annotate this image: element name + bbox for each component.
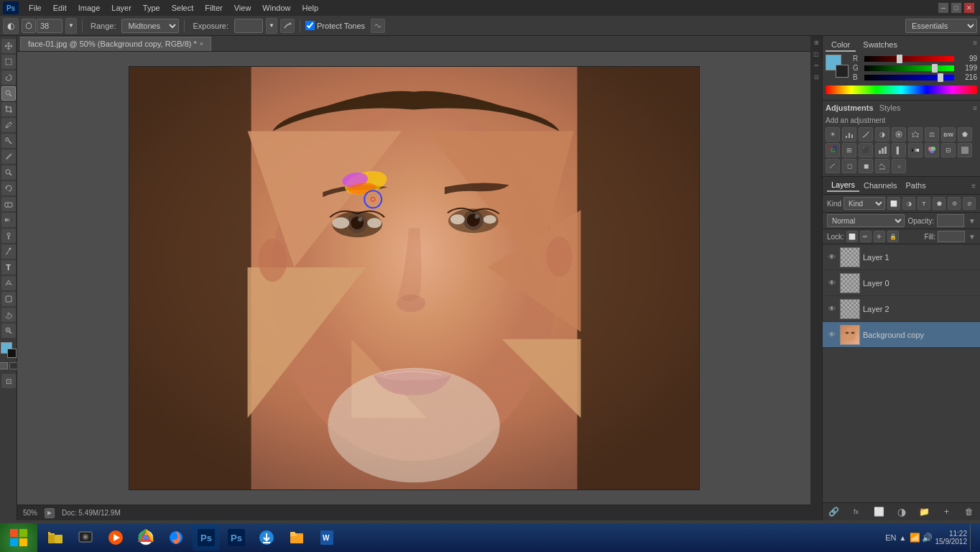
- curves-2-adj[interactable]: [826, 159, 840, 173]
- tab-paths[interactable]: Paths: [902, 180, 930, 191]
- lasso-tool[interactable]: [1, 70, 16, 85]
- dodge-tool[interactable]: [1, 229, 16, 243]
- taskbar-ps-2[interactable]: Ps: [223, 525, 250, 551]
- layer-item-layer0[interactable]: 👁 Layer 0: [823, 270, 980, 296]
- right-icon-2[interactable]: ◫: [811, 49, 821, 59]
- gradient-map-adj[interactable]: [908, 143, 923, 157]
- healing-brush-tool[interactable]: [1, 134, 16, 148]
- layer-filter-shape[interactable]: ⬟: [933, 197, 946, 210]
- g-slider-thumb[interactable]: [932, 64, 938, 73]
- up-arrow-icon[interactable]: ▲: [898, 533, 908, 543]
- r-slider-thumb[interactable]: [897, 55, 902, 63]
- workspace-select[interactable]: Essentials: [905, 19, 977, 33]
- move-tool[interactable]: [1, 39, 16, 53]
- foreground-background-colors[interactable]: [1, 342, 17, 358]
- crop-tool[interactable]: [1, 102, 16, 116]
- layer1-visibility-toggle[interactable]: 👁: [827, 252, 837, 262]
- channel-mixer-adj[interactable]: [826, 143, 840, 157]
- spectrum-bar[interactable]: [826, 86, 977, 94]
- layer-filter-smart[interactable]: ⚙: [948, 197, 961, 210]
- new-adj-5[interactable]: ⬦: [892, 159, 906, 173]
- vibrance-icon[interactable]: [371, 19, 385, 33]
- screen-mode-btn[interactable]: ⊡: [1, 374, 16, 388]
- menu-layer[interactable]: Layer: [106, 2, 137, 14]
- taskbar-explorer[interactable]: [283, 525, 310, 551]
- hand-tool[interactable]: [1, 308, 16, 322]
- menu-image[interactable]: Image: [73, 2, 106, 14]
- right-icon-3[interactable]: ✂: [811, 60, 821, 70]
- solid-color-adj[interactable]: [958, 143, 972, 157]
- tab-close-icon[interactable]: ×: [200, 40, 203, 47]
- restore-button[interactable]: □: [951, 3, 961, 13]
- tab-layers[interactable]: Layers: [827, 179, 859, 192]
- threshold-adj[interactable]: ▌: [892, 143, 906, 157]
- brush-preview[interactable]: [22, 19, 36, 33]
- layer-item-layer1[interactable]: 👁 Layer 1: [823, 244, 980, 270]
- brush-size-input[interactable]: 38: [37, 19, 63, 33]
- volume-icon[interactable]: 🔊: [922, 533, 933, 543]
- new-adj-2[interactable]: ◻: [842, 159, 856, 173]
- close-button[interactable]: ✕: [964, 3, 974, 13]
- type-tool[interactable]: T: [1, 260, 16, 275]
- new-layer-btn[interactable]: +: [940, 505, 953, 518]
- layer-item-background-copy[interactable]: 👁 Background copy: [823, 322, 980, 348]
- pattern-adj[interactable]: ⊟: [941, 143, 956, 157]
- canvas[interactable]: [129, 66, 700, 490]
- fill-input[interactable]: 100%: [938, 231, 965, 242]
- canvas-container[interactable]: [17, 52, 810, 505]
- history-brush-tool[interactable]: [1, 181, 16, 196]
- new-adj-layer-btn[interactable]: ◑: [895, 505, 908, 518]
- fill-arrow[interactable]: ▼: [969, 233, 976, 241]
- b-slider-track[interactable]: [864, 75, 954, 80]
- start-button[interactable]: [0, 523, 37, 552]
- eraser-tool[interactable]: [1, 197, 16, 211]
- taskbar-ps-1[interactable]: Ps: [193, 525, 220, 551]
- status-toggle-btn[interactable]: ▶: [45, 508, 55, 518]
- network-icon[interactable]: 📶: [910, 533, 920, 543]
- range-select[interactable]: Midtones Shadows Highlights: [121, 19, 179, 33]
- hsl-adj[interactable]: [908, 127, 923, 142]
- menu-select[interactable]: Select: [166, 2, 200, 14]
- layer-filter-type[interactable]: T: [917, 197, 930, 210]
- levels-adj[interactable]: [842, 127, 856, 142]
- posterize-adj[interactable]: [875, 143, 889, 157]
- background-color[interactable]: [7, 349, 17, 358]
- new-adj-4[interactable]: [875, 159, 889, 173]
- zoom-tool[interactable]: [1, 323, 16, 338]
- b-slider-thumb[interactable]: [938, 73, 943, 82]
- vibrance-adj[interactable]: [892, 127, 906, 142]
- taskbar-clock[interactable]: 11:22 15/9/2012: [935, 530, 968, 546]
- lock-transparent-btn[interactable]: ⬜: [846, 231, 858, 242]
- link-layers-btn[interactable]: 🔗: [827, 505, 840, 518]
- taskbar-chrome[interactable]: [132, 525, 160, 551]
- exposure-options-btn[interactable]: ▼: [266, 18, 277, 34]
- menu-file[interactable]: File: [23, 2, 47, 14]
- new-adj-3[interactable]: ◼: [859, 159, 873, 173]
- right-icon-4[interactable]: ⊡: [811, 72, 821, 82]
- taskbar-play[interactable]: [102, 525, 129, 551]
- layer-filter-adj2[interactable]: ◑: [902, 197, 915, 210]
- background-swatch[interactable]: [836, 65, 849, 78]
- taskbar-media[interactable]: [72, 525, 99, 551]
- document-tab[interactable]: face-01.jpg @ 50% (Background copy, RGB/…: [20, 37, 211, 51]
- exposure-input[interactable]: 27%: [234, 19, 263, 33]
- normal-mode-btn[interactable]: [0, 362, 8, 369]
- layer-filter-toggle[interactable]: ⊘: [963, 197, 976, 210]
- new-group-btn[interactable]: 📁: [917, 505, 930, 518]
- photo-filter-adj[interactable]: ⬟: [958, 127, 972, 142]
- taskbar-file-manager[interactable]: [42, 525, 69, 551]
- quick-select-tool[interactable]: [1, 86, 16, 101]
- tab-color[interactable]: Color: [826, 39, 856, 52]
- menu-view[interactable]: View: [228, 2, 257, 14]
- brush-options-btn[interactable]: ▼: [65, 18, 77, 34]
- taskbar-download[interactable]: [253, 525, 280, 551]
- layer2-visibility-toggle[interactable]: 👁: [827, 304, 837, 314]
- r-slider-track[interactable]: [864, 56, 954, 62]
- fg-bg-swatches[interactable]: [826, 55, 849, 78]
- opacity-arrow[interactable]: ▼: [969, 217, 976, 225]
- color-balance-adj[interactable]: ⚖: [925, 127, 939, 142]
- menu-filter[interactable]: Filter: [199, 2, 228, 14]
- protect-tones-checkbox[interactable]: [305, 21, 315, 30]
- airbrush-toggle[interactable]: [280, 19, 295, 33]
- selective-color-adj[interactable]: [925, 143, 939, 157]
